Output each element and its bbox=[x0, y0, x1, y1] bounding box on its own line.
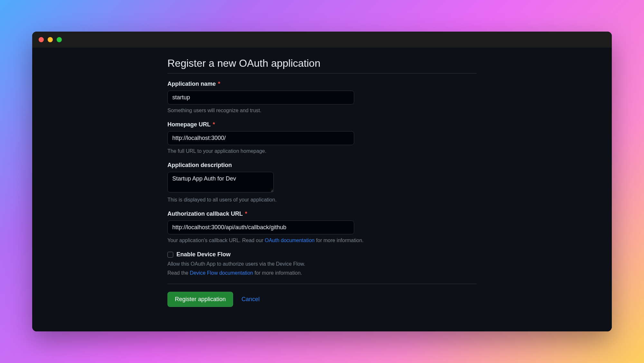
browser-window: Register a new OAuth application Applica… bbox=[32, 32, 612, 331]
field-device-flow: Enable Device Flow Allow this OAuth App … bbox=[167, 251, 477, 276]
device-flow-help-1: Allow this OAuth App to authorize users … bbox=[167, 261, 477, 267]
homepage-url-label: Homepage URL * bbox=[167, 121, 477, 128]
application-name-help: Something users will recognize and trust… bbox=[167, 108, 477, 113]
help-prefix: Your application's callback URL. Read ou… bbox=[167, 238, 265, 243]
form-actions: Register application Cancel bbox=[167, 292, 477, 307]
device-flow-label[interactable]: Enable Device Flow bbox=[176, 251, 231, 258]
device-flow-checkbox[interactable] bbox=[167, 252, 173, 258]
content-scroll-area[interactable]: Register a new OAuth application Applica… bbox=[32, 48, 612, 331]
homepage-url-help: The full URL to your application homepag… bbox=[167, 148, 477, 154]
required-marker: * bbox=[218, 81, 220, 87]
required-marker: * bbox=[213, 121, 215, 128]
close-window-button[interactable] bbox=[39, 37, 44, 42]
application-description-input[interactable] bbox=[167, 172, 274, 192]
callback-url-help: Your application's callback URL. Read ou… bbox=[167, 238, 477, 243]
application-name-input[interactable] bbox=[167, 91, 354, 104]
help-prefix: Read the bbox=[167, 270, 190, 276]
application-description-label: Application description bbox=[167, 162, 477, 169]
minimize-window-button[interactable] bbox=[48, 37, 53, 42]
callback-url-label: Authorization callback URL * bbox=[167, 211, 477, 217]
cancel-button[interactable]: Cancel bbox=[242, 296, 260, 303]
field-application-name: Application name * Something users will … bbox=[167, 81, 477, 113]
device-flow-help-2: Read the Device Flow documentation for m… bbox=[167, 270, 477, 276]
page-title: Register a new OAuth application bbox=[167, 57, 477, 74]
device-flow-checkbox-row: Enable Device Flow bbox=[167, 251, 477, 258]
label-text: Authorization callback URL bbox=[167, 211, 243, 217]
titlebar bbox=[32, 32, 612, 48]
oauth-documentation-link[interactable]: OAuth documentation bbox=[265, 238, 315, 243]
application-name-label: Application name * bbox=[167, 81, 477, 87]
help-suffix: for more information. bbox=[253, 270, 302, 276]
label-text: Homepage URL bbox=[167, 121, 211, 128]
label-text: Application name bbox=[167, 81, 216, 87]
application-description-help: This is displayed to all users of your a… bbox=[167, 197, 477, 203]
device-flow-documentation-link[interactable]: Device Flow documentation bbox=[190, 270, 253, 276]
divider bbox=[167, 284, 477, 284]
field-callback-url: Authorization callback URL * Your applic… bbox=[167, 211, 477, 243]
maximize-window-button[interactable] bbox=[57, 37, 62, 42]
required-marker: * bbox=[245, 211, 247, 217]
callback-url-input[interactable] bbox=[167, 221, 354, 234]
help-suffix: for more information. bbox=[315, 238, 364, 243]
form-container: Register a new OAuth application Applica… bbox=[167, 48, 477, 326]
field-homepage-url: Homepage URL * The full URL to your appl… bbox=[167, 121, 477, 154]
register-application-button[interactable]: Register application bbox=[167, 292, 233, 307]
homepage-url-input[interactable] bbox=[167, 131, 354, 145]
field-application-description: Application description This is displaye… bbox=[167, 162, 477, 203]
